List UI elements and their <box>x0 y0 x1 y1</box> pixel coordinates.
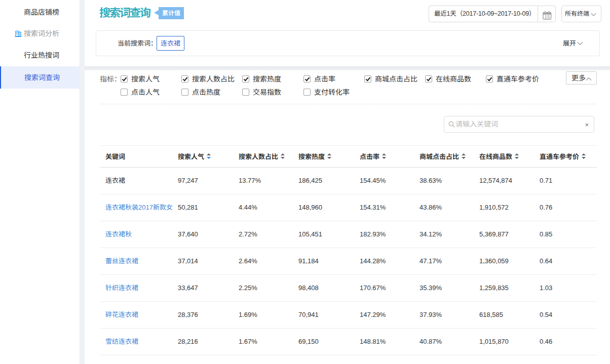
svg-text:15: 15 <box>545 14 550 19</box>
